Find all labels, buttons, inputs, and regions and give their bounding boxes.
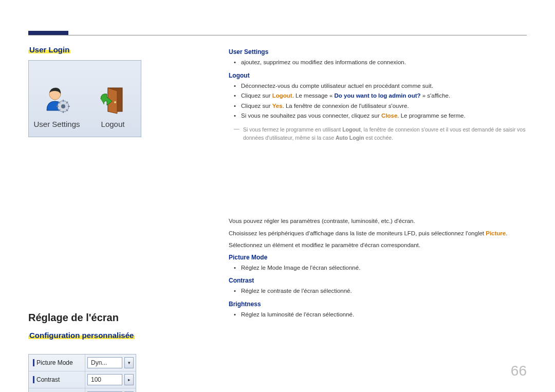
logout-step-3: Cliquez sur Yes. La fenêtre de connexion…	[241, 101, 527, 111]
svg-point-2	[61, 104, 65, 108]
brightness-label: Brightness	[29, 388, 85, 392]
header-accent-bar	[28, 31, 68, 35]
contrast-desc: Réglez le contraste de l'écran sélection…	[241, 286, 527, 296]
picture-mode-label: Picture Mode	[29, 354, 85, 371]
header-divider	[28, 35, 527, 35]
brightness-desc: Réglez la luminosité de l'écran sélectio…	[241, 310, 527, 320]
logout-subhead: Logout	[229, 72, 527, 79]
contrast-label: Contrast	[29, 371, 85, 388]
picture-settings-panel: Picture Mode Dyn... ▾ Contrast 100 ▸ Bri…	[28, 354, 136, 392]
contrast-row: Contrast 100 ▸	[29, 371, 136, 388]
brightness-row: Brightness 45 ▸	[29, 388, 136, 392]
picture-mode-subhead: Picture Mode	[229, 254, 527, 261]
user-settings-button[interactable]: User Settings	[29, 61, 85, 137]
logout-note: Si vous fermez le programme en utilisant…	[229, 125, 527, 142]
svg-point-13	[114, 101, 116, 103]
contrast-subhead: Contrast	[229, 277, 527, 284]
page-number: 66	[511, 363, 527, 379]
picture-mode-row: Picture Mode Dyn... ▾	[29, 354, 136, 371]
logout-step-2: Cliquez sur Logout. Le message « Do you …	[241, 91, 527, 101]
logout-step-1: Déconnectez-vous du compte utilisateur a…	[241, 81, 527, 91]
user-settings-icon	[42, 84, 72, 115]
picture-mode-value[interactable]: Dyn...	[87, 357, 122, 368]
user-settings-desc: ajoutez, supprimez ou modifiez des infor…	[241, 58, 527, 68]
brightness-subhead: Brightness	[229, 301, 527, 308]
user-settings-label: User Settings	[33, 120, 80, 128]
contrast-value[interactable]: 100	[87, 374, 122, 385]
screen-para-3: Sélectionnez un élément et modifiez le p…	[229, 240, 527, 251]
logout-step-4: Si vous ne souhaitez pas vous connecter,…	[241, 111, 527, 121]
user-settings-subhead: User Settings	[229, 48, 527, 55]
logout-label: Logout	[101, 120, 125, 128]
contrast-step[interactable]: ▸	[124, 374, 134, 385]
logout-button[interactable]: Logout	[85, 61, 141, 137]
user-login-panel: User Settings Logout	[28, 60, 141, 137]
logout-icon	[98, 84, 128, 115]
picture-mode-dropdown[interactable]: ▾	[124, 357, 134, 368]
user-login-heading: User Login	[28, 45, 70, 54]
screen-para-2: Choisissez les périphériques d'affichage…	[229, 229, 527, 239]
custom-config-heading: Configuration personnalisée	[28, 331, 135, 340]
picture-mode-desc: Réglez le Mode Image de l'écran sélectio…	[241, 263, 527, 273]
screen-adjust-title: Réglage de l'écran	[28, 312, 218, 324]
screen-para-1: Vous pouvez régler les paramètres (contr…	[229, 216, 527, 227]
